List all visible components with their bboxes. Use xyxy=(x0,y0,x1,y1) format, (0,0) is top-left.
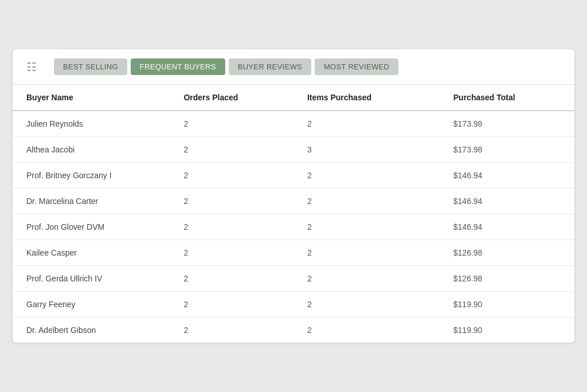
cell-items-purchased: 2 xyxy=(294,317,440,343)
col-header-items-purchased: Items Purchased xyxy=(294,85,440,111)
cell-purchased-total: $126.98 xyxy=(440,266,574,292)
cell-items-purchased: 2 xyxy=(294,240,440,266)
cell-orders-placed: 2 xyxy=(170,240,294,266)
col-header-purchased-total: Purchased Total xyxy=(440,85,574,111)
cell-buyer-name: Prof. Britney Gorczany I xyxy=(13,163,170,189)
quick-stats-card: ☷ BEST SELLINGFREQUENT BUYERSBUYER REVIE… xyxy=(13,49,574,343)
cell-orders-placed: 2 xyxy=(170,137,294,163)
data-table: Buyer NameOrders PlacedItems PurchasedPu… xyxy=(13,85,574,343)
tab-group: BEST SELLINGFREQUENT BUYERSBUYER REVIEWS… xyxy=(54,58,398,75)
table-container: Buyer NameOrders PlacedItems PurchasedPu… xyxy=(13,85,574,343)
cell-orders-placed: 2 xyxy=(170,266,294,292)
cell-buyer-name: Althea Jacobi xyxy=(13,137,170,163)
tab-buyer-reviews[interactable]: BUYER REVIEWS xyxy=(229,58,311,75)
table-row: Prof. Jon Glover DVM22$146.94 xyxy=(13,214,574,240)
table-row: Dr. Marcelina Carter22$146.94 xyxy=(13,189,574,214)
table-row: Garry Feeney22$119.90 xyxy=(13,292,574,317)
cell-items-purchased: 2 xyxy=(294,163,440,189)
table-row: Prof. Britney Gorczany I22$146.94 xyxy=(13,163,574,189)
cell-purchased-total: $146.94 xyxy=(440,214,574,240)
table-row: Kailee Casper22$126.98 xyxy=(13,240,574,266)
cell-purchased-total: $119.90 xyxy=(440,292,574,317)
cell-purchased-total: $173.98 xyxy=(440,111,574,137)
cell-purchased-total: $119.90 xyxy=(440,317,574,343)
card-header: ☷ BEST SELLINGFREQUENT BUYERSBUYER REVIE… xyxy=(13,49,574,85)
cell-buyer-name: Kailee Casper xyxy=(13,240,170,266)
cell-buyer-name: Dr. Adelbert Gibson xyxy=(13,317,170,343)
cell-items-purchased: 2 xyxy=(294,266,440,292)
cell-items-purchased: 2 xyxy=(294,189,440,214)
tab-frequent-buyers[interactable]: FREQUENT BUYERS xyxy=(131,58,225,75)
table-row: Julien Reynolds22$173.98 xyxy=(13,111,574,137)
table-row: Prof. Gerda Ullrich IV22$126.98 xyxy=(13,266,574,292)
table-row: Dr. Adelbert Gibson22$119.90 xyxy=(13,317,574,343)
cell-orders-placed: 2 xyxy=(170,292,294,317)
cell-purchased-total: $146.94 xyxy=(440,163,574,189)
cell-orders-placed: 2 xyxy=(170,317,294,343)
cell-buyer-name: Prof. Jon Glover DVM xyxy=(13,214,170,240)
table-body: Julien Reynolds22$173.98Althea Jacobi23$… xyxy=(13,111,574,343)
cell-purchased-total: $126.98 xyxy=(440,240,574,266)
cell-buyer-name: Garry Feeney xyxy=(13,292,170,317)
table-head: Buyer NameOrders PlacedItems PurchasedPu… xyxy=(13,85,574,111)
cell-buyer-name: Julien Reynolds xyxy=(13,111,170,137)
col-header-buyer-name: Buyer Name xyxy=(13,85,170,111)
cell-orders-placed: 2 xyxy=(170,163,294,189)
cell-buyer-name: Dr. Marcelina Carter xyxy=(13,189,170,214)
cell-orders-placed: 2 xyxy=(170,189,294,214)
cell-orders-placed: 2 xyxy=(170,214,294,240)
title-group: ☷ xyxy=(26,61,42,73)
cell-items-purchased: 2 xyxy=(294,111,440,137)
cell-orders-placed: 2 xyxy=(170,111,294,137)
cell-purchased-total: $146.94 xyxy=(440,189,574,214)
tab-most-reviewed[interactable]: MOST REVIEWED xyxy=(315,58,398,75)
header-row: Buyer NameOrders PlacedItems PurchasedPu… xyxy=(13,85,574,111)
list-icon: ☷ xyxy=(26,61,37,73)
table-row: Althea Jacobi23$173.98 xyxy=(13,137,574,163)
cell-items-purchased: 3 xyxy=(294,137,440,163)
cell-buyer-name: Prof. Gerda Ullrich IV xyxy=(13,266,170,292)
tab-best-selling[interactable]: BEST SELLING xyxy=(54,58,127,75)
cell-purchased-total: $173.98 xyxy=(440,137,574,163)
col-header-orders-placed: Orders Placed xyxy=(170,85,294,111)
cell-items-purchased: 2 xyxy=(294,214,440,240)
cell-items-purchased: 2 xyxy=(294,292,440,317)
